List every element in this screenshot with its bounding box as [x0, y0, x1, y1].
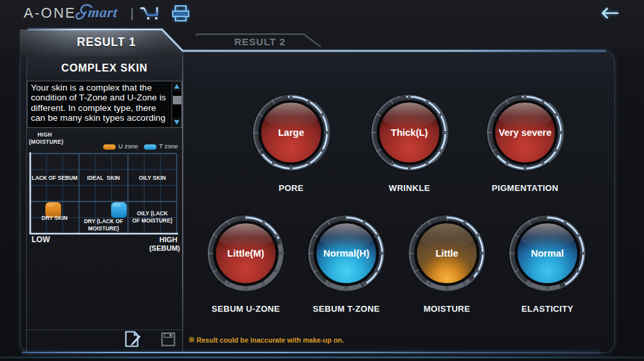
svg-text:Thick(L): Thick(L) [391, 127, 428, 138]
svg-text:LACK OF SEBUM: LACK OF SEBUM [32, 175, 78, 181]
svg-text:Little(M): Little(M) [227, 248, 265, 259]
svg-text:LOW: LOW [32, 235, 51, 244]
svg-text:Very severe: Very severe [499, 127, 552, 138]
svg-text:Large: Large [278, 127, 304, 138]
svg-text:OILY (LACK: OILY (LACK [137, 210, 168, 217]
svg-text:OILY SKIN: OILY SKIN [139, 175, 166, 181]
svg-text:(SEBUM): (SEBUM) [149, 244, 180, 252]
svg-text:Normal(H): Normal(H) [323, 248, 369, 259]
svg-text:Little: Little [436, 248, 459, 259]
svg-text:OF MOISTURE): OF MOISTURE) [132, 217, 172, 224]
svg-text:IDEAL SKIN: IDEAL SKIN [87, 175, 120, 181]
svg-text:DRY SKIN: DRY SKIN [41, 215, 68, 221]
svg-text:Normal: Normal [531, 248, 564, 259]
svg-text:MOISTURE): MOISTURE) [88, 225, 119, 232]
svg-text:DRY (LACK OF: DRY (LACK OF [84, 218, 124, 224]
svg-text:HIGH: HIGH [160, 236, 178, 244]
